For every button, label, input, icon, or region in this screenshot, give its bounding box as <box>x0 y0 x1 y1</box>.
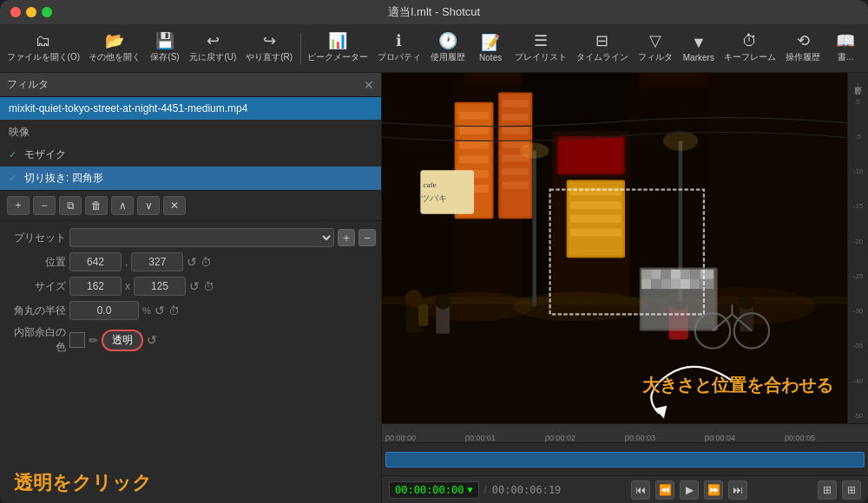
close-button[interactable] <box>10 7 21 17</box>
svg-rect-28 <box>559 138 623 173</box>
window-controls[interactable] <box>10 7 52 17</box>
toolbar-undo[interactable]: ↩ 元に戻す(U) <box>186 27 240 70</box>
filter-item-mosaic-label: モザイク <box>24 147 66 162</box>
filter-add-button[interactable]: + <box>7 196 30 215</box>
size-clock-icon[interactable]: ⏱ <box>203 280 214 293</box>
play-button[interactable]: ▶ <box>680 480 699 500</box>
size-h-input[interactable] <box>134 277 186 296</box>
svg-rect-69 <box>690 270 700 279</box>
filter-icon: ▽ <box>649 33 661 49</box>
book-label: 書... <box>838 51 853 63</box>
size-reset-button[interactable]: ↺ <box>189 279 200 293</box>
audio-tick-2: -10 <box>853 168 864 175</box>
radius-label: 角丸の半径 <box>5 304 66 318</box>
skip-end-button[interactable]: ⏭ <box>728 480 747 500</box>
toolbar-notes[interactable]: 📝 Notes <box>471 27 510 70</box>
next-frame-button[interactable]: ⏩ <box>704 480 723 500</box>
video-background: cafe ツバキ <box>382 73 868 423</box>
radius-reset-button[interactable]: ↺ <box>155 304 165 317</box>
toolbar-history2[interactable]: ⟲ 操作履歴 <box>781 27 825 70</box>
toolbar-history[interactable]: 🕐 使用履歴 <box>426 27 470 70</box>
redo-label: やり直す(R) <box>246 51 293 63</box>
svg-rect-65 <box>651 270 661 279</box>
size-label: サイズ <box>5 279 66 294</box>
toolbar-book[interactable]: 📖 書... <box>826 27 865 70</box>
toolbar-playlist[interactable]: ☰ プレイリスト <box>511 27 571 70</box>
prev-frame-button[interactable]: ⏪ <box>655 480 674 500</box>
color-reset-button[interactable]: ↺ <box>147 333 157 347</box>
toolbar-peak-meter[interactable]: 📊 ピークメーター <box>304 27 372 70</box>
position-clock-icon[interactable]: ⏱ <box>201 256 212 269</box>
size-separator: x <box>125 280 130 292</box>
position-x-input[interactable] <box>69 252 122 271</box>
check-icon-mosaic: ✓ <box>9 149 19 160</box>
grid-button[interactable]: ⊞ <box>842 480 861 500</box>
toolbar-open-file[interactable]: 🗂 ファイルを開く(O) <box>3 27 83 70</box>
svg-rect-21 <box>503 168 529 175</box>
filter-list: ✓ モザイク ✓ 切り抜き: 四角形 <box>0 143 381 190</box>
time-dropdown-icon[interactable]: ▼ <box>467 485 472 494</box>
toolbar-keyframe[interactable]: ⏱ キーフレーム <box>720 27 780 70</box>
toolbar-properties[interactable]: ℹ プロパティ <box>373 27 424 70</box>
filter-close-button[interactable]: ✕ <box>364 79 374 91</box>
svg-text:ツバキ: ツバキ <box>421 193 447 203</box>
toolbar-redo[interactable]: ↪ やり直す(R) <box>242 27 297 70</box>
skip-start-button[interactable]: ⏮ <box>631 480 650 500</box>
svg-rect-22 <box>503 182 529 189</box>
redo-icon: ↪ <box>263 33 276 49</box>
filter-up-button[interactable]: ∧ <box>111 196 134 215</box>
radius-input[interactable] <box>69 301 139 320</box>
filter-item-crop[interactable]: ✓ 切り抜き: 四角形 <box>0 167 381 190</box>
video-preview: cafe ツバキ <box>382 73 868 423</box>
playlist-label: プレイリスト <box>515 51 567 63</box>
toolbar-timeline[interactable]: ⊟ タイムライン <box>573 27 633 70</box>
svg-rect-68 <box>681 270 690 279</box>
filter-remove-button[interactable]: − <box>33 196 56 215</box>
ruler-tick-0: 00:00:00 <box>385 434 465 442</box>
size-w-input[interactable] <box>69 277 122 296</box>
svg-rect-71 <box>641 279 651 289</box>
svg-rect-58 <box>532 151 536 307</box>
toolbar-markers[interactable]: ▼ Markers <box>679 27 719 70</box>
filter-delete-button[interactable]: 🗑 <box>85 196 108 215</box>
preset-remove-button[interactable]: − <box>358 229 376 246</box>
maximize-button[interactable] <box>42 7 52 17</box>
svg-point-46 <box>435 294 450 310</box>
svg-rect-64 <box>641 270 651 279</box>
edit-color-icon[interactable]: ✏ <box>89 334 98 347</box>
undo-icon: ↩ <box>207 33 220 49</box>
preset-select[interactable] <box>69 228 334 247</box>
filter-copy-button[interactable]: ⧉ <box>59 196 82 215</box>
svg-rect-17 <box>503 114 529 121</box>
filter-closeX-button[interactable]: ✕ <box>163 196 186 215</box>
track-clip[interactable] <box>385 452 865 467</box>
svg-rect-76 <box>690 279 700 289</box>
position-reset-button[interactable]: ↺ <box>187 255 197 269</box>
position-y-input[interactable] <box>131 252 183 271</box>
open-file-icon: 🗂 <box>36 33 51 49</box>
toolbar-filter[interactable]: ▽ フィルタ <box>634 27 677 70</box>
audio-panel: 音声・ビ... 0 -5 -10 -15 -20 -25 -30 -35 -40… <box>847 73 868 423</box>
svg-rect-31 <box>570 187 621 195</box>
minimize-button[interactable] <box>26 7 36 17</box>
loop-button[interactable]: ⊞ <box>818 480 837 500</box>
position-separator: , <box>125 256 128 268</box>
filter-item-crop-label: 切り抜き: 四角形 <box>24 171 103 186</box>
toolbar-open-other[interactable]: 📂 その他を開く <box>85 27 145 70</box>
svg-text:cafe: cafe <box>424 180 437 189</box>
color-swatch[interactable] <box>69 332 85 348</box>
filter-panel: フィルタ ✕ mixkit-quiet-tokyo-street-at-nigh… <box>0 73 382 503</box>
radius-row: 角丸の半径 % ↺ ⏱ <box>5 301 376 320</box>
filter-item-mosaic[interactable]: ✓ モザイク <box>0 143 381 167</box>
preset-add-button[interactable]: + <box>338 229 355 246</box>
peak-meter-label: ピークメーター <box>307 51 368 63</box>
transparency-button[interactable]: 透明 <box>102 330 143 351</box>
filter-down-button[interactable]: ∨ <box>137 196 160 215</box>
filter-title: フィルタ <box>7 77 49 92</box>
radius-clock-icon[interactable]: ⏱ <box>168 304 180 317</box>
open-other-label: その他を開く <box>89 51 141 63</box>
toolbar-save[interactable]: 💾 保存(S) <box>146 27 184 70</box>
ruler-tick-3: 00:00:03 <box>625 434 705 442</box>
annotation-text: 透明をクリック <box>14 472 152 493</box>
preset-label: プリセット <box>5 231 66 245</box>
